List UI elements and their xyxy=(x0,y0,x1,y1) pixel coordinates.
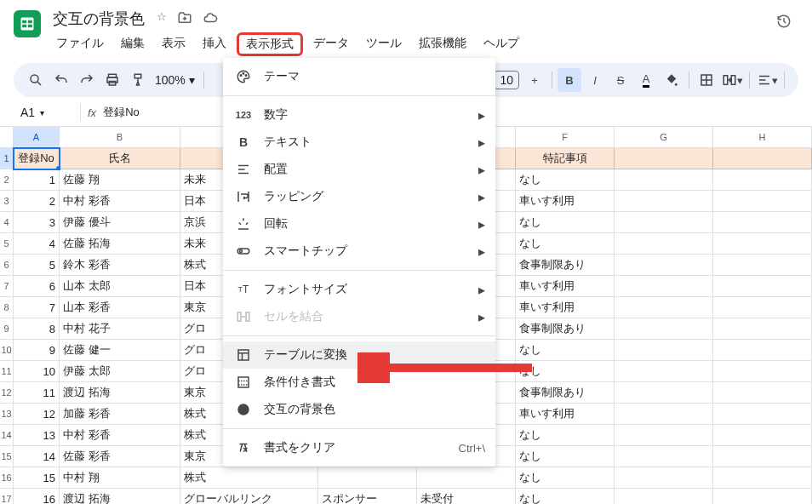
align-button[interactable]: ▾ xyxy=(755,68,779,92)
menu-data[interactable]: データ xyxy=(306,32,356,56)
cell[interactable]: グローバルリンク xyxy=(180,489,318,504)
doc-title[interactable]: 交互の背景色 xyxy=(49,7,148,31)
cell[interactable] xyxy=(713,446,812,467)
cell[interactable]: 6 xyxy=(14,276,60,297)
font-size-increase[interactable]: + xyxy=(523,68,546,92)
cell[interactable] xyxy=(417,467,516,489)
row-header[interactable]: 7 xyxy=(0,276,14,297)
cloud-icon[interactable] xyxy=(203,10,218,28)
cell[interactable]: 佐藤 拓海 xyxy=(60,233,180,255)
row-header[interactable]: 4 xyxy=(0,212,14,233)
cell[interactable]: 車いす利用 xyxy=(516,297,615,318)
cell[interactable] xyxy=(713,255,812,276)
cell[interactable]: なし xyxy=(516,467,615,489)
cell[interactable] xyxy=(713,276,812,297)
cell[interactable] xyxy=(615,404,713,425)
italic-button[interactable]: I xyxy=(583,68,607,92)
menu-insert[interactable]: 挿入 xyxy=(196,32,233,56)
col-header-H[interactable]: H xyxy=(713,127,812,148)
paint-format-icon[interactable] xyxy=(126,68,150,92)
col-header-B[interactable]: B xyxy=(60,127,180,148)
cell[interactable]: 株式 xyxy=(180,467,318,489)
text-color-button[interactable]: A xyxy=(634,68,658,92)
cell[interactable]: スポンサー xyxy=(318,489,417,504)
menu-file[interactable]: ファイル xyxy=(49,32,111,56)
menu-rotation[interactable]: 回転▸ xyxy=(223,210,495,238)
menu-fontsize[interactable]: TTフォントサイズ▸ xyxy=(223,276,495,303)
cell[interactable] xyxy=(615,297,713,318)
menu-theme[interactable]: テーマ xyxy=(223,63,495,90)
cell[interactable]: 山本 太郎 xyxy=(60,276,180,297)
cell[interactable] xyxy=(615,489,713,504)
header-cell[interactable] xyxy=(615,148,713,169)
col-header-G[interactable]: G xyxy=(615,127,713,148)
cell[interactable]: 3 xyxy=(14,212,60,233)
undo-icon[interactable] xyxy=(49,68,73,92)
menu-edit[interactable]: 編集 xyxy=(114,32,152,56)
row-header[interactable]: 10 xyxy=(0,340,14,361)
cell[interactable]: 渡辺 拓海 xyxy=(60,489,180,504)
row-header[interactable]: 11 xyxy=(0,361,14,382)
cell[interactable]: なし xyxy=(516,446,615,467)
borders-button[interactable] xyxy=(695,68,718,92)
merge-button[interactable]: ▾ xyxy=(720,68,744,92)
cell[interactable] xyxy=(615,276,713,297)
row-header[interactable]: 14 xyxy=(0,425,14,446)
menu-wrapping[interactable]: ラッピング▸ xyxy=(223,183,495,210)
cell[interactable] xyxy=(615,191,713,212)
menu-smartchips[interactable]: スマートチップ▸ xyxy=(223,238,495,265)
row-header[interactable]: 2 xyxy=(0,169,14,191)
cell[interactable]: なし xyxy=(516,489,615,504)
cell[interactable] xyxy=(615,425,713,446)
cell[interactable]: 4 xyxy=(14,233,60,255)
cell[interactable] xyxy=(615,233,713,255)
menu-number[interactable]: 123数字▸ xyxy=(223,101,495,129)
cell[interactable] xyxy=(615,446,713,467)
star-icon[interactable]: ☆ xyxy=(157,10,167,28)
fill-color-button[interactable] xyxy=(660,68,683,92)
cell[interactable]: 鈴木 彩香 xyxy=(60,255,180,276)
menu-alternating[interactable]: 交互の背景色 xyxy=(223,396,495,423)
menu-conditional[interactable]: 条件付き書式 xyxy=(223,369,495,396)
menu-format[interactable]: 表示形式 xyxy=(237,32,303,56)
sheets-logo[interactable] xyxy=(14,10,41,37)
bold-button[interactable]: B xyxy=(558,68,581,92)
cell[interactable]: 8 xyxy=(14,318,60,340)
cell[interactable] xyxy=(615,361,713,382)
cell[interactable]: 車いす利用 xyxy=(516,191,615,212)
cell[interactable] xyxy=(713,489,812,504)
row-header[interactable]: 5 xyxy=(0,233,14,255)
cell[interactable] xyxy=(713,382,812,404)
print-icon[interactable] xyxy=(100,68,124,92)
cell[interactable]: 伊藤 太郎 xyxy=(60,361,180,382)
redo-icon[interactable] xyxy=(75,68,99,92)
header-cell[interactable] xyxy=(713,148,812,169)
cell[interactable]: 16 xyxy=(14,489,60,504)
strikethrough-button[interactable]: S xyxy=(609,68,632,92)
cell[interactable] xyxy=(615,169,713,191)
cell[interactable] xyxy=(713,318,812,340)
cell[interactable]: 渡辺 拓海 xyxy=(60,382,180,404)
menu-view[interactable]: 表示 xyxy=(155,32,192,56)
history-icon[interactable] xyxy=(769,7,798,38)
cell[interactable] xyxy=(615,467,713,489)
cell[interactable]: 7 xyxy=(14,297,60,318)
cell[interactable] xyxy=(713,404,812,425)
cell[interactable]: 12 xyxy=(14,404,60,425)
menu-clear-format[interactable]: 書式をクリアCtrl+\ xyxy=(223,434,495,461)
cell[interactable] xyxy=(713,169,812,191)
cell[interactable] xyxy=(713,361,812,382)
cell[interactable]: 車いす利用 xyxy=(516,276,615,297)
cell[interactable]: 10 xyxy=(14,361,60,382)
select-all-corner[interactable] xyxy=(0,127,14,148)
cell[interactable]: 車いす利用 xyxy=(516,404,615,425)
menu-tools[interactable]: ツール xyxy=(359,32,409,56)
header-cell[interactable]: 特記事項 xyxy=(516,148,615,169)
cell[interactable]: 食事制限あり xyxy=(516,382,615,404)
menu-extensions[interactable]: 拡張機能 xyxy=(412,32,473,56)
cell[interactable]: 9 xyxy=(14,340,60,361)
row-header[interactable]: 16 xyxy=(0,467,14,489)
cell[interactable]: 食事制限あり xyxy=(516,318,615,340)
cell[interactable]: 加藤 彩香 xyxy=(60,404,180,425)
row-header[interactable]: 3 xyxy=(0,191,14,212)
